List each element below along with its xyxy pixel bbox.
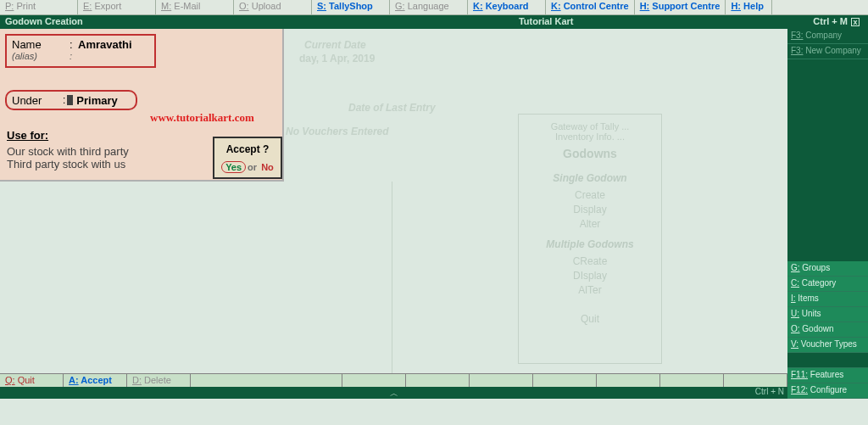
title-center: Tutorial Kart <box>284 15 808 29</box>
bottom-empty6 <box>660 374 724 387</box>
menu-gateway: Gateway of Tally ... <box>524 121 656 131</box>
under-label: Under <box>12 94 63 107</box>
sidebar: F3: Company F3: New Company G: Groups C:… <box>787 29 868 399</box>
title-left: Godown Creation <box>0 15 284 29</box>
bottom-quit[interactable]: Q: Quit <box>0 374 64 387</box>
sidebar-features[interactable]: F11: Features <box>787 368 868 383</box>
cursor-icon <box>67 95 73 105</box>
menu-quit: Quit <box>524 313 656 325</box>
top-menu: P: Print E: Export M: E-Mail O: Upload S… <box>0 0 868 15</box>
expand-icon[interactable]: x <box>851 18 860 26</box>
menu-tallyshop[interactable]: S: TallyShop <box>312 0 390 14</box>
bottom-accept[interactable]: A: Accept <box>64 374 127 387</box>
sidebar-category[interactable]: C: Category <box>787 277 868 292</box>
name-box: Name : Amravathi (alias) : <box>5 34 156 68</box>
sidebar-company[interactable]: F3: Company <box>787 29 868 44</box>
godown-creation-panel: Name : Amravathi (alias) : Under : Prima… <box>0 29 284 182</box>
menu-inventory: Inventory Info. ... <box>524 131 656 142</box>
menu-keyboard[interactable]: K: Keyboard <box>468 0 546 14</box>
under-box: Under : Primary <box>5 90 137 110</box>
accept-or: or <box>248 162 257 172</box>
accept-no-button[interactable]: No <box>261 162 274 172</box>
menu-section-multiple: Multiple Godowns <box>524 238 656 250</box>
title-bar: Godown Creation Tutorial Kart Ctrl + Mx <box>0 15 868 29</box>
accept-title: Accept ? <box>214 143 281 155</box>
bg-no-vouchers: No Vouchers Entered <box>286 126 389 137</box>
menu-upload[interactable]: O: Upload <box>234 0 312 14</box>
sidebar-new-company[interactable]: F3: New Company <box>787 44 868 59</box>
accept-dialog: Accept ? Yesor No <box>213 137 282 179</box>
menu-mdisplay: DIsplay <box>524 270 656 282</box>
menu-language[interactable]: G: Language <box>390 0 468 14</box>
menu-mcreate: CReate <box>524 255 656 267</box>
sidebar-configure[interactable]: F12: Configure <box>787 383 868 399</box>
vertical-separator <box>392 182 392 399</box>
usefor-head: Use for: <box>7 129 129 142</box>
menu-section-single: Single Godown <box>524 172 656 184</box>
accept-yes-button[interactable]: Yes <box>221 161 246 173</box>
menu-support[interactable]: H: Support Centre <box>635 0 726 14</box>
calc-shortcut: Ctrl + N <box>755 387 784 396</box>
title-right: Ctrl + Mx <box>808 15 868 29</box>
calculator-bar[interactable]: ︿ Ctrl + N <box>0 387 787 399</box>
watermark: www.tutorialkart.com <box>150 111 254 125</box>
under-value[interactable]: Primary <box>76 94 117 107</box>
sidebar-units[interactable]: U: Units <box>787 307 868 322</box>
sidebar-voucher[interactable]: V: Voucher Types <box>787 338 868 353</box>
sidebar-groups[interactable]: G: Groups <box>787 261 868 277</box>
bottom-menu: Q: Quit A: Accept D: Delete <box>0 373 787 387</box>
main-zone: Current Date day, 1 Apr, 2019 Date of La… <box>0 29 868 399</box>
bottom-empty2 <box>406 374 470 387</box>
name-value[interactable]: Amravathi <box>78 38 132 51</box>
usefor-block: Use for: Our stock with third party Thir… <box>7 129 129 171</box>
sidebar-godown[interactable]: O: Godown <box>787 322 868 338</box>
bg-current-date-label: Current Date <box>304 39 366 51</box>
menu-help[interactable]: H: Help <box>726 0 772 14</box>
sidebar-gap <box>787 353 868 368</box>
arrow-up-icon: ︿ <box>390 389 398 398</box>
menu-export[interactable]: E: Export <box>78 0 156 14</box>
menu-control[interactable]: K: Control Centre <box>546 0 635 14</box>
usefor-line2: Third party stock with us <box>7 158 129 171</box>
bottom-spacer <box>191 374 342 387</box>
content-area: Current Date day, 1 Apr, 2019 Date of La… <box>0 29 787 399</box>
name-label: Name <box>12 38 70 51</box>
menu-print[interactable]: P: Print <box>0 0 78 14</box>
sidebar-spacer <box>787 59 868 261</box>
bottom-delete[interactable]: D: Delete <box>127 374 191 387</box>
menu-malter: AlTer <box>524 284 656 296</box>
bottom-empty4 <box>533 374 597 387</box>
bottom-empty3 <box>470 374 533 387</box>
menu-alter: Alter <box>524 218 656 230</box>
usefor-line1: Our stock with third party <box>7 145 129 158</box>
menu-create: Create <box>524 189 656 201</box>
bottom-empty1 <box>342 374 406 387</box>
bottom-empty7 <box>724 374 787 387</box>
alias-label: (alias) <box>12 51 70 61</box>
menu-title: Godowns <box>524 147 656 160</box>
gateway-menu-panel: Gateway of Tally ... Inventory Info. ...… <box>518 114 662 364</box>
menu-display: Display <box>524 204 656 215</box>
sidebar-items[interactable]: I: Items <box>787 292 868 307</box>
bg-current-date-value: day, 1 Apr, 2019 <box>299 53 375 64</box>
menu-email[interactable]: M: E-Mail <box>156 0 234 14</box>
bg-last-entry-label: Date of Last Entry <box>348 102 436 114</box>
bottom-empty5 <box>597 374 660 387</box>
